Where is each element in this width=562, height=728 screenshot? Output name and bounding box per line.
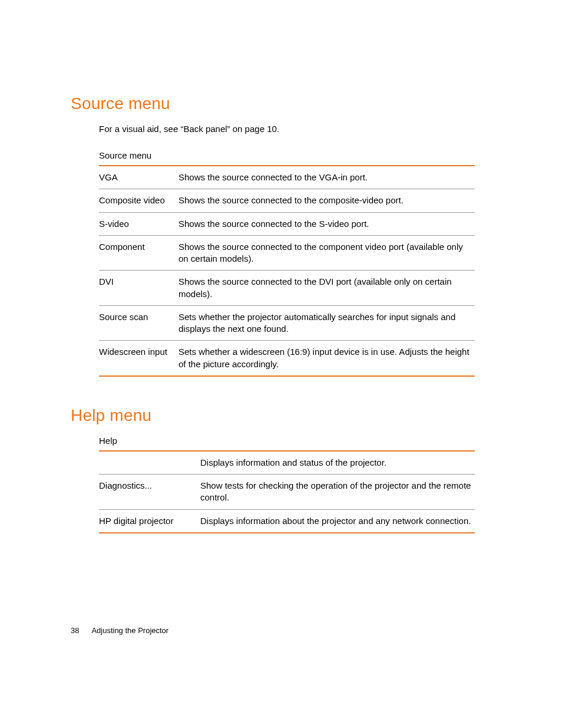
source-table-title: Source menu — [99, 150, 475, 160]
table-row: VGA Shows the source connected to the VG… — [99, 166, 475, 189]
row-label: DVI — [99, 271, 178, 306]
row-label: HP digital projector — [99, 509, 200, 533]
row-desc: Sets whether a widescreen (16:9) input d… — [178, 341, 475, 376]
row-desc: Shows the source connected to the DVI po… — [178, 271, 475, 306]
help-table-title: Help — [99, 436, 475, 446]
table-row: Source scan Sets whether the projector a… — [99, 305, 475, 341]
row-desc: Shows the source connected to the S-vide… — [178, 212, 475, 235]
table-row: Displays information and status of the p… — [99, 451, 475, 475]
page-footer: 38 Adjusting the Projector — [71, 626, 168, 635]
chapter-title: Adjusting the Projector — [91, 626, 168, 635]
row-label: Component — [99, 235, 178, 271]
row-label: VGA — [99, 166, 178, 189]
section-heading-help: Help menu — [71, 406, 475, 425]
source-intro-text: For a visual aid, see “Back panel” on pa… — [99, 124, 475, 134]
row-desc: Displays information about the projector… — [200, 509, 475, 533]
row-label: Composite video — [99, 189, 178, 212]
row-label: Widescreen input — [99, 341, 178, 376]
row-desc: Shows the source connected to the compon… — [178, 235, 475, 271]
section-heading-source: Source menu — [71, 94, 475, 113]
row-label: Diagnostics... — [99, 475, 200, 510]
table-row: Component Shows the source connected to … — [99, 235, 475, 271]
help-menu-table: Displays information and status of the p… — [99, 450, 475, 533]
row-desc: Shows the source connected to the VGA-in… — [178, 166, 475, 189]
table-row: DVI Shows the source connected to the DV… — [99, 271, 475, 306]
page-number: 38 — [71, 626, 79, 635]
row-label: S-video — [99, 212, 178, 235]
table-row: Composite video Shows the source connect… — [99, 189, 475, 212]
row-desc: Sets whether the projector automatically… — [178, 305, 475, 341]
row-desc: Displays information and status of the p… — [200, 451, 475, 475]
table-row: Diagnostics... Show tests for checking t… — [99, 475, 475, 510]
table-row: Widescreen input Sets whether a widescre… — [99, 341, 475, 376]
row-desc: Shows the source connected to the compos… — [178, 189, 475, 212]
row-label: Source scan — [99, 305, 178, 341]
row-label — [99, 451, 200, 475]
table-row: HP digital projector Displays informatio… — [99, 509, 475, 533]
row-desc: Show tests for checking the operation of… — [200, 475, 475, 510]
table-row: S-video Shows the source connected to th… — [99, 212, 475, 235]
source-menu-table: VGA Shows the source connected to the VG… — [99, 165, 475, 377]
